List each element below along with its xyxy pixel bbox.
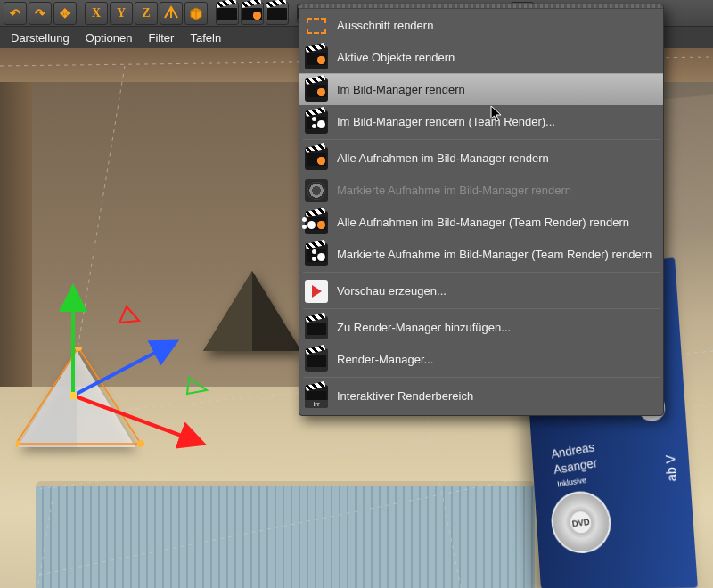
redo-button[interactable]: ↷: [29, 2, 52, 25]
menu-item-6: Markierte Aufnahme im Bild-Manager rende…: [299, 174, 663, 206]
menu-item-10[interactable]: Vorschau erzeugen...: [299, 274, 663, 306]
menu-item-label: Im Bild-Manager rendern: [337, 83, 465, 96]
menu-item-label: Render-Manager...: [337, 353, 433, 366]
menu-item-label: Alle Aufnahmen im Bild-Manager (Team Ren…: [337, 216, 629, 229]
svg-line-5: [36, 66, 125, 588]
svg-point-8: [137, 440, 144, 447]
render-picture-button[interactable]: [241, 2, 264, 25]
menu-item-label: Zu Render-Manager hinzufügen...: [337, 321, 511, 334]
render-dropdown: Ausschnitt rendernAktive Objekte rendern…: [299, 4, 664, 416]
svg-point-9: [16, 440, 20, 447]
undo-button[interactable]: ↶: [4, 2, 27, 25]
menu-item-1[interactable]: Aktive Objekte rendern: [299, 41, 663, 73]
axis-y-button[interactable]: Y: [110, 2, 133, 25]
move-button[interactable]: ✥: [53, 2, 77, 25]
selection-outline: [16, 347, 150, 454]
dvd-icon: DVD: [547, 487, 616, 557]
cube-button[interactable]: [184, 2, 208, 25]
menu-item-label: Vorschau erzeugen...: [337, 284, 447, 298]
coord-button[interactable]: [160, 2, 183, 25]
menu-item-2[interactable]: Im Bild-Manager rendern: [299, 73, 663, 105]
menu-item-8[interactable]: Markierte Aufnahme im Bild-Manager (Team…: [299, 238, 663, 270]
menu-item-5[interactable]: Alle Aufnahmen im Bild-Manager rendern: [299, 142, 663, 174]
menu-item-3[interactable]: Im Bild-Manager rendern (Team Render)...: [299, 105, 663, 137]
pyramid-dark: [203, 271, 301, 351]
menu-item-13[interactable]: Render-Manager...: [299, 343, 663, 375]
menu-item-label: Aktive Objekte rendern: [337, 51, 455, 64]
menu-item-7[interactable]: Alle Aufnahmen im Bild-Manager (Team Ren…: [299, 206, 663, 238]
menu-display[interactable]: Darstellung: [11, 31, 70, 45]
menu-item-label: Interaktiver Renderbereich: [337, 389, 473, 403]
axis-x-button[interactable]: X: [85, 2, 108, 25]
menu-item-label: Markierte Aufnahme im Bild-Manager rende…: [337, 184, 571, 197]
menu-item-15[interactable]: irrInteraktiver Renderbereich: [299, 380, 663, 412]
axis-z-button[interactable]: Z: [135, 2, 158, 25]
menu-options[interactable]: Optionen: [86, 31, 133, 45]
menu-item-label: Alle Aufnahmen im Bild-Manager rendern: [337, 151, 549, 165]
menu-item-label: Markierte Aufnahme im Bild-Manager (Team…: [337, 248, 652, 261]
render-settings-button[interactable]: [266, 2, 289, 25]
svg-marker-6: [16, 347, 141, 444]
menu-panels[interactable]: Tafeln: [190, 31, 221, 45]
menu-item-label: Ausschnitt rendern: [337, 19, 433, 32]
menu-filter[interactable]: Filter: [149, 31, 175, 45]
menu-item-12[interactable]: Zu Render-Manager hinzufügen...: [299, 311, 663, 343]
menu-item-0[interactable]: Ausschnitt rendern: [299, 9, 663, 41]
menu-item-label: Im Bild-Manager rendern (Team Render)...: [337, 115, 555, 128]
render-view-button[interactable]: [216, 2, 239, 25]
